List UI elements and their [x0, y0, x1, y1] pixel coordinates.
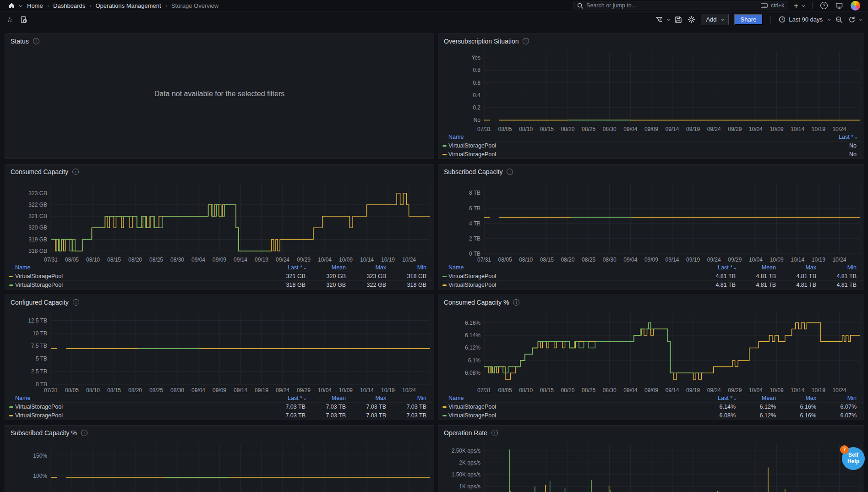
breadcrumb-folder[interactable]: Operations Management [95, 2, 161, 9]
breadcrumb-dashboards[interactable]: Dashboards [53, 2, 85, 9]
timeseries-chart[interactable]: 6.16%6.14%6.12%6.1%6.08%07/3108/0508/100… [438, 310, 864, 394]
refresh-button[interactable] [848, 16, 862, 23]
new-button[interactable]: + [792, 2, 807, 10]
legend-column-header[interactable]: Last * [265, 395, 306, 401]
info-icon[interactable]: i [73, 299, 79, 306]
legend-column-header[interactable]: Mean [306, 264, 346, 271]
zoom-out-button[interactable] [835, 16, 843, 23]
panel-title[interactable]: Oversubscription Situation [444, 38, 519, 45]
legend-row[interactable]: VirtualStoragePool7.03 TB7.03 TB7.03 TB7… [9, 402, 434, 411]
panel-title[interactable]: Subscribed Capacity % [11, 429, 77, 437]
series-name[interactable]: VirtualStoragePool [448, 412, 496, 419]
series-name[interactable]: VirtualStoragePool [448, 273, 496, 279]
legend-column-header[interactable]: Min [386, 264, 426, 271]
insights-button[interactable] [20, 16, 27, 23]
legend-row[interactable]: VirtualStoragePool7.03 TB7.03 TB7.03 TB7… [9, 411, 434, 420]
legend-name-header[interactable]: Name [15, 395, 30, 401]
legend-column-header[interactable]: Max [346, 264, 386, 271]
dashboard-settings-button[interactable] [688, 16, 695, 23]
time-range-picker[interactable]: Last 90 days [779, 16, 830, 23]
info-icon[interactable]: i [507, 169, 513, 175]
legend-row[interactable]: VirtualStoragePool4.81 TB4.81 TB4.81 TB4… [442, 272, 864, 280]
profile-button[interactable] [848, 1, 863, 11]
info-icon[interactable]: i [513, 299, 519, 306]
series-name[interactable]: VirtualStoragePool [448, 282, 496, 288]
timeseries-chart[interactable]: 323 GB322 GB321 GB320 GB319 GB318 GB07/3… [5, 179, 434, 263]
legend-column-header[interactable]: Last * [695, 264, 736, 271]
svg-text:09/04: 09/04 [191, 387, 205, 394]
timeseries-chart[interactable]: 8 TB6 TB4 TB2 TB0 TB07/3108/0508/1008/15… [438, 179, 864, 263]
save-dashboard-button[interactable] [675, 16, 682, 23]
legend-header: NameLast *MeanMaxMin [9, 394, 434, 402]
timeseries-chart[interactable]: 150%100%07/3108/0508/1008/1508/2008/2508… [5, 440, 434, 492]
legend-column-header[interactable]: Mean [736, 264, 776, 271]
series-name[interactable]: VirtualStoragePool [448, 151, 496, 158]
legend-column-header[interactable]: Max [776, 395, 816, 401]
legend-row[interactable]: VirtualStoragePool6.14%6.12%6.16%6.07% [442, 402, 864, 411]
legend-name-header[interactable]: Name [448, 395, 464, 401]
timeseries-chart[interactable]: 12.5 TB10 TB7.5 TB5 TB2.5 TB0 TB07/3108/… [5, 310, 434, 394]
timeseries-chart[interactable]: Yes0.80.60.40.2No07/3108/0508/1008/1508/… [438, 49, 864, 132]
svg-text:08/10: 08/10 [86, 257, 100, 263]
legend-name-header[interactable]: Name [448, 264, 464, 271]
info-icon[interactable]: i [523, 38, 529, 44]
legend-row[interactable]: VirtualStoragePool318 GB320 GB322 GB318 … [9, 280, 434, 289]
panel-title[interactable]: Configured Capacity [11, 299, 69, 306]
panel-title[interactable]: Consumed Capacity % [444, 299, 509, 306]
info-icon[interactable]: i [491, 430, 498, 436]
svg-text:09/19: 09/19 [686, 126, 700, 132]
svg-text:08/30: 08/30 [170, 257, 184, 263]
info-icon[interactable]: i [72, 169, 79, 175]
breadcrumb-home[interactable]: Home [27, 2, 43, 9]
legend-column-header[interactable]: Min [816, 264, 857, 271]
filter-variables-button[interactable] [655, 16, 669, 23]
timeseries-chart[interactable]: 2.50K ops/s2K ops/s1.50K ops/s1K ops/s07… [438, 440, 864, 492]
panel-title[interactable]: Operation Rate [444, 429, 487, 437]
legend-column-header[interactable]: Mean [306, 395, 346, 401]
legend-column-header[interactable]: Last * [265, 264, 306, 271]
legend-header: NameLast *MeanMaxMin [9, 263, 434, 272]
legend-name-header[interactable]: Name [448, 134, 464, 140]
legend-column-header[interactable]: Last * [695, 395, 736, 401]
legend-column-header[interactable]: Max [346, 395, 386, 401]
svg-text:10/24: 10/24 [832, 387, 846, 394]
svg-text:10/14: 10/14 [791, 257, 804, 263]
legend-column-header[interactable]: Min [386, 395, 426, 401]
info-icon[interactable]: i [33, 38, 39, 44]
favorite-star-button[interactable]: ☆ [6, 15, 13, 24]
series-name[interactable]: VirtualStoragePool [15, 412, 63, 419]
legend-row[interactable]: VirtualStoragePool321 GB320 GB323 GB318 … [9, 272, 434, 280]
legend-row[interactable]: VirtualStoragePoolNo [442, 150, 864, 159]
home-button[interactable] [5, 2, 24, 9]
legend-column-header[interactable]: Min [816, 395, 857, 401]
self-help-button[interactable]: 7 Self Help [842, 447, 865, 470]
svg-text:7.5 TB: 7.5 TB [31, 343, 47, 349]
search-input[interactable]: Search or jump to... ctrl+k [573, 1, 788, 10]
legend-column-header[interactable]: Mean [736, 395, 776, 401]
svg-text:1.50K ops/s: 1.50K ops/s [452, 471, 480, 478]
panel-title[interactable]: Status [11, 38, 29, 45]
panel-title[interactable]: Consumed Capacity [11, 168, 68, 175]
svg-text:10/19: 10/19 [812, 126, 825, 132]
series-name[interactable]: VirtualStoragePool [15, 273, 63, 279]
add-button[interactable]: Add [701, 14, 728, 25]
share-button[interactable]: Share [734, 14, 763, 25]
legend-name-header[interactable]: Name [15, 264, 30, 271]
legend-row[interactable]: VirtualStoragePool6.08%6.12%6.16%6.07% [442, 411, 864, 420]
svg-text:09/29: 09/29 [297, 257, 311, 263]
legend-row[interactable]: VirtualStoragePoolNo [442, 141, 864, 150]
svg-text:10/14: 10/14 [360, 387, 374, 394]
panel-consumed-capacity-pct: Consumed Capacity %i 6.16%6.14%6.12%6.1%… [438, 295, 864, 420]
news-button[interactable] [833, 2, 845, 9]
legend-row[interactable]: VirtualStoragePool4.81 TB4.81 TB4.81 TB4… [442, 280, 864, 289]
info-icon[interactable]: i [81, 430, 87, 436]
series-name[interactable]: VirtualStoragePool [15, 282, 63, 288]
svg-text:8 TB: 8 TB [469, 190, 480, 196]
panel-title[interactable]: Subscribed Capacity [444, 168, 502, 175]
help-button[interactable]: ? [818, 2, 830, 9]
legend-column-header[interactable]: Max [776, 264, 816, 271]
legend-column-header[interactable]: Last * [816, 134, 857, 140]
series-name[interactable]: VirtualStoragePool [15, 404, 63, 410]
series-name[interactable]: VirtualStoragePool [448, 142, 496, 149]
series-name[interactable]: VirtualStoragePool [448, 404, 496, 410]
